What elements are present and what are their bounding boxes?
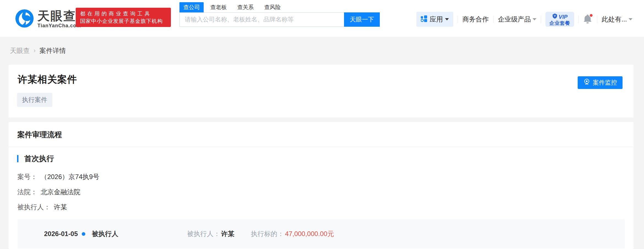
monitor-camera-icon xyxy=(583,78,590,87)
case-monitor-label: 案件监控 xyxy=(593,79,617,87)
page-title: 许某相关案件 xyxy=(18,73,77,86)
nav-business-cooperation[interactable]: 商务合作 xyxy=(462,15,489,24)
section-title-label: 首次执行 xyxy=(24,154,54,164)
divider xyxy=(493,16,493,23)
timeline-person-value: 许某 xyxy=(221,229,234,238)
timeline-amount-label: 执行标的： xyxy=(251,229,284,238)
nav-enterprise-products[interactable]: 企业级产品 xyxy=(498,15,536,24)
field-executee: 被执行人： 许某 xyxy=(17,203,634,211)
apps-menu[interactable]: 应用 xyxy=(416,12,453,27)
divider xyxy=(578,16,579,23)
divider xyxy=(458,16,458,23)
search-button[interactable]: 天眼一下 xyxy=(344,12,380,27)
divider xyxy=(541,16,541,23)
breadcrumb-separator: › xyxy=(34,47,36,54)
field-value: 许某 xyxy=(54,203,67,211)
tianyancha-logo-icon xyxy=(15,9,34,29)
field-case-number: 案号： （2026）京74执9号 xyxy=(17,173,634,181)
chevron-down-icon xyxy=(629,18,632,20)
search-input[interactable] xyxy=(179,12,344,27)
apps-label: 应用 xyxy=(430,15,443,24)
user-account-menu[interactable]: 此处有... xyxy=(602,15,632,24)
case-type-tag: 执行案件 xyxy=(17,93,52,107)
logo-name: 天眼查 xyxy=(37,10,81,22)
field-value: （2026）京74执9号 xyxy=(41,173,99,180)
timeline-dot-icon xyxy=(82,232,85,236)
case-process-card: 案件审理流程 首次执行 案号： （2026）京74执9号 法院： 北京金融法院 … xyxy=(9,122,634,249)
section-accent-bar xyxy=(17,155,18,162)
timeline-person-label: 被执行人： xyxy=(187,229,220,238)
notification-dot xyxy=(589,13,593,17)
field-value: 北京金融法院 xyxy=(41,188,80,196)
timeline-date: 2026-01-05 xyxy=(44,230,78,238)
timeline-amount-value: 47,000,000.00元 xyxy=(285,229,334,238)
search-tabs: 查公司 查老板 查关系 查风险 xyxy=(179,3,380,12)
promo-line1: 都在用的商业查询工具 xyxy=(80,10,167,17)
field-label: 案号： xyxy=(17,173,37,180)
notifications-bell-icon[interactable] xyxy=(583,14,593,25)
case-summary-card: 许某相关案件 执行案件 案件监控 xyxy=(9,65,634,118)
promo-line2: 国家中小企业发展子基金旗下机构 xyxy=(80,17,167,25)
breadcrumb: 天眼查 › 案件详情 xyxy=(10,46,66,55)
search-block: 查公司 查老板 查关系 查风险 天眼一下 xyxy=(179,3,380,27)
logo-domain: TianYanCha.com xyxy=(37,23,81,29)
field-court: 法院： 北京金融法院 xyxy=(17,188,634,196)
chevron-down-icon xyxy=(445,18,449,20)
breadcrumb-home[interactable]: 天眼查 xyxy=(10,46,30,55)
case-monitor-button[interactable]: 案件监控 xyxy=(578,76,623,89)
chevron-down-icon xyxy=(533,18,536,20)
process-card-header: 案件审理流程 xyxy=(9,122,634,147)
vip-sub-label: 企业套餐 xyxy=(549,20,570,26)
tab-relation[interactable]: 查关系 xyxy=(233,2,258,12)
vip-label: VIP xyxy=(559,13,567,20)
tab-risk[interactable]: 查风险 xyxy=(260,2,285,12)
field-label: 被执行人： xyxy=(17,203,50,211)
timeline-row: 2026-01-05 被执行人 被执行人： 许某 执行标的： 47,000,00… xyxy=(18,219,625,248)
enterprise-label: 企业级产品 xyxy=(498,15,531,24)
tab-boss[interactable]: 查老板 xyxy=(206,2,231,12)
header-nav: 应用 商务合作 企业级产品 VIP 企业套餐 xyxy=(416,12,632,27)
apps-grid-icon xyxy=(421,15,427,23)
field-label: 法院： xyxy=(17,188,37,196)
divider xyxy=(597,16,597,23)
user-account-label: 此处有... xyxy=(602,15,627,24)
site-logo[interactable]: 天眼查 TianYanCha.com xyxy=(15,9,81,29)
tab-company[interactable]: 查公司 xyxy=(179,2,204,12)
timeline-type: 被执行人 xyxy=(92,229,118,238)
breadcrumb-current: 案件详情 xyxy=(39,46,66,55)
vip-shield-icon xyxy=(552,13,558,20)
promo-badge: 都在用的商业查询工具 国家中小企业发展子基金旗下机构 xyxy=(76,8,171,27)
top-header: 天眼查 TianYanCha.com 都在用的商业查询工具 国家中小企业发展子基… xyxy=(0,0,644,37)
section-first-execution: 首次执行 xyxy=(17,154,634,164)
vip-package-button[interactable]: VIP 企业套餐 xyxy=(545,12,574,27)
